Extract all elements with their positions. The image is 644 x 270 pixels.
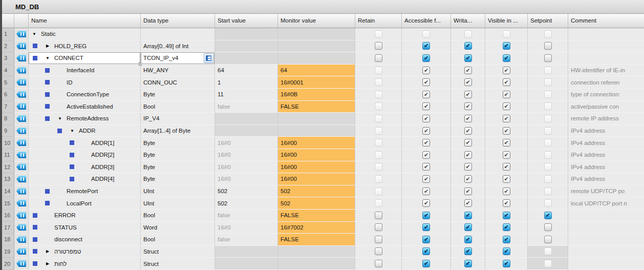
data-type-cell[interactable]: Array[0..49] of Int — [141, 40, 215, 53]
data-type-cell[interactable]: Bool — [141, 234, 215, 246]
header-accessible[interactable]: Accessible f... — [402, 14, 451, 28]
setpoint-checkbox[interactable] — [544, 223, 552, 231]
row-name-cell[interactable]: ▶HOLD_REG — [29, 40, 141, 53]
data-type-cell[interactable]: Struct — [141, 258, 215, 270]
browse-button[interactable] — [204, 53, 213, 63]
writable-checkbox[interactable] — [464, 260, 472, 267]
row-number[interactable]: 17 — [2, 222, 14, 234]
row-number[interactable]: 20 — [2, 258, 14, 270]
writable-checkbox[interactable] — [464, 42, 472, 50]
row-name-cell[interactable]: ▶לחות — [29, 258, 141, 270]
row-name-cell[interactable]: RemotePort — [29, 185, 141, 198]
writable-checkbox[interactable] — [464, 247, 472, 255]
comment-cell[interactable] — [568, 40, 644, 53]
data-type-cell[interactable]: HW_ANY — [141, 65, 215, 77]
comment-cell[interactable] — [568, 258, 644, 270]
accessible-checkbox[interactable] — [422, 223, 430, 231]
visible-checkbox[interactable] — [503, 247, 510, 255]
visible-checkbox[interactable] — [503, 212, 510, 219]
comment-cell[interactable]: IPv4 address — [568, 173, 644, 185]
data-type-cell[interactable]: Byte — [141, 149, 215, 161]
row-name-cell[interactable]: ▼RemoteAddress — [29, 113, 141, 125]
retain-checkbox[interactable] — [375, 247, 382, 255]
header-visible[interactable]: Visible in ... — [485, 14, 528, 28]
row-name-cell[interactable]: ADDR[1] — [29, 137, 141, 149]
start-value-cell[interactable] — [215, 258, 278, 270]
start-value-cell[interactable]: false — [215, 234, 278, 246]
data-type-cell[interactable]: Byte — [141, 161, 215, 174]
data-type-cell[interactable]: Byte — [141, 137, 215, 149]
row-name-cell[interactable]: InterfaceId — [29, 65, 141, 77]
comment-cell[interactable] — [568, 234, 644, 246]
row-number[interactable]: 15 — [2, 197, 14, 210]
header-start-value[interactable]: Start value — [215, 14, 278, 28]
expander-icon[interactable]: ▶ — [44, 261, 51, 266]
retain-checkbox[interactable] — [375, 212, 382, 219]
visible-checkbox[interactable] — [503, 223, 510, 231]
retain-checkbox[interactable] — [375, 236, 382, 243]
data-type-cell[interactable]: UInt — [141, 185, 215, 198]
start-value-cell[interactable]: 16#0 — [215, 173, 278, 185]
row-name-cell[interactable]: ▼ADDR — [29, 125, 141, 137]
data-type-cell[interactable]: CONN_OUC — [141, 76, 215, 89]
data-type-cell[interactable]: Array[1..4] of Byte — [141, 125, 215, 137]
data-type-cell[interactable]: Bool — [141, 210, 215, 222]
start-value-cell[interactable]: 64 — [215, 65, 278, 77]
writable-checkbox[interactable] — [464, 236, 472, 243]
start-value-cell[interactable]: false — [215, 101, 278, 113]
retain-checkbox[interactable] — [375, 223, 382, 231]
row-name-cell[interactable]: ConnectionType — [29, 89, 141, 101]
row-name-cell[interactable]: ADDR[2] — [29, 149, 141, 161]
expander-icon[interactable]: ▼ — [69, 129, 76, 133]
visible-checkbox[interactable] — [503, 236, 510, 243]
data-type-cell[interactable]: Byte — [141, 89, 215, 101]
visible-checkbox[interactable] — [503, 260, 510, 267]
accessible-checkbox[interactable] — [422, 42, 430, 50]
data-type-cell[interactable]: UInt — [141, 197, 215, 210]
start-value-cell[interactable] — [215, 52, 278, 65]
row-number[interactable]: 10 — [2, 137, 14, 149]
retain-checkbox[interactable] — [375, 54, 382, 62]
start-value-cell[interactable] — [215, 40, 278, 53]
row-name-cell[interactable]: ▼CONNECT — [29, 52, 141, 65]
comment-cell[interactable] — [568, 210, 644, 222]
setpoint-checkbox[interactable] — [544, 236, 552, 243]
setpoint-checkbox[interactable] — [544, 42, 552, 50]
writable-checkbox[interactable] — [464, 54, 472, 62]
start-value-cell[interactable]: 16#0 — [215, 222, 278, 234]
data-type-cell[interactable]: Byte — [141, 173, 215, 185]
start-value-cell[interactable] — [215, 28, 278, 40]
data-type-cell[interactable]: Bool — [141, 101, 215, 113]
header-data-type[interactable]: Data type — [141, 14, 215, 28]
start-value-cell[interactable] — [215, 125, 278, 137]
start-value-cell[interactable]: 16#0 — [215, 137, 278, 149]
row-name-cell[interactable]: LocalPort — [29, 197, 141, 210]
row-number[interactable]: 11 — [2, 149, 14, 161]
comment-cell[interactable]: remote UDP/TCP po — [568, 185, 644, 198]
visible-checkbox[interactable] — [503, 42, 510, 50]
expander-icon[interactable]: ▶ — [44, 249, 51, 254]
start-value-cell[interactable]: 1 — [215, 76, 278, 89]
expander-icon[interactable]: ▼ — [44, 56, 51, 60]
start-value-cell[interactable] — [215, 246, 278, 258]
comment-cell[interactable] — [568, 246, 644, 258]
setpoint-checkbox[interactable] — [544, 212, 552, 219]
data-type-cell[interactable]: IP_V4 — [141, 113, 215, 125]
row-number[interactable]: 2 — [2, 40, 14, 53]
row-name-cell[interactable]: ▶טמפרטורה — [29, 246, 141, 258]
writable-checkbox[interactable] — [464, 212, 472, 219]
start-value-cell[interactable]: 11 — [215, 89, 278, 101]
comment-cell[interactable]: active/passive con — [568, 101, 644, 113]
row-number[interactable]: 13 — [2, 173, 14, 185]
data-type-cell[interactable]: Struct — [141, 246, 215, 258]
row-name-cell[interactable]: ▼Static — [29, 28, 141, 40]
comment-cell[interactable] — [568, 222, 644, 234]
header-monitor-value[interactable]: Monitor value — [278, 14, 355, 28]
row-number[interactable]: 3 — [2, 52, 14, 65]
row-name-cell[interactable]: ActiveEstablished — [29, 101, 141, 113]
row-name-cell[interactable]: STATUS — [29, 222, 141, 234]
accessible-checkbox[interactable] — [422, 236, 430, 243]
comment-cell[interactable] — [568, 52, 644, 65]
header-name[interactable]: Name — [29, 14, 141, 28]
header-writable[interactable]: Writa... — [451, 14, 485, 28]
